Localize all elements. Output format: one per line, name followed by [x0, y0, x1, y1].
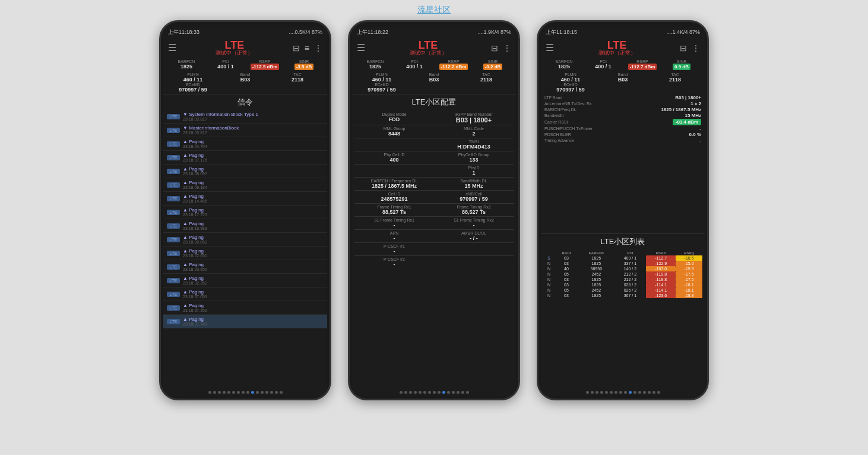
cell-pci-0: 400 / 1 [614, 255, 646, 261]
message-item-10[interactable]: LTE ▲ Paging 23:18:22.651 [163, 247, 327, 260]
dot-1-7 [242, 391, 245, 394]
config-val-right-3: 133 [469, 157, 478, 163]
msg-content-5: ▲ Paging 23:18:09.184 [183, 180, 324, 189]
rsrp-cell-2: RSRP -112.2 dBm [434, 59, 473, 70]
config-row-1: MML Group 8448 MML Code 2 [354, 127, 514, 137]
config-val-right-7: 88,527 Ts [462, 209, 486, 215]
cell-rsrq-3: -17.5 [676, 271, 702, 277]
detail-row-4: Carrier RSSI -83.4 dBm [544, 119, 701, 125]
message-item-4[interactable]: LTE ▲ Paging 23:18:08.097 [163, 165, 327, 178]
message-item-6[interactable]: LTE ▲ Paging 23:18:14.485 [163, 192, 327, 206]
msg-time-13: 23:18:37.059 [183, 295, 324, 299]
cell-earfcn-3: 2452 [578, 271, 614, 277]
cell-rsrp-6: -114.1 [646, 287, 676, 293]
message-item-12[interactable]: LTE ▲ Paging 23:18:32.352 [163, 274, 327, 287]
rsrp-cell-3: RSRP -112.7 dBm [623, 59, 662, 70]
tac-value-1: 2118 [292, 77, 303, 83]
top-label[interactable]: 流星社区 [417, 5, 451, 15]
dot-2-1 [404, 391, 407, 394]
message-item-2[interactable]: LTE ▲ Paging 23:18:04.704 [163, 137, 327, 151]
menu-icon-1[interactable]: ⋮ [314, 43, 322, 53]
cell-header-5: RSRQ [676, 251, 702, 255]
info-grid-2: EARFCN 1825 PCI 400 / 1 RSRP -112.2 dBm … [352, 58, 516, 71]
message-item-0[interactable]: LTE ▼ System Information Block Type 1 23… [163, 110, 327, 124]
rsrp-cell-1: RSRP -112.5 dBm [245, 59, 284, 70]
message-item-7[interactable]: LTE ▲ Paging 23:18:17.723 [163, 206, 327, 219]
earfcn-cell-3: EARFCN 1825 [544, 59, 584, 70]
msg-content-12: ▲ Paging 23:18:32.352 [183, 276, 324, 285]
sinr-label-1: SINR [299, 59, 309, 64]
msg-badge-6: LTE [167, 196, 180, 201]
status-bar-1: 上午11:18:33 ....0.5K/4 87% [163, 27, 327, 37]
config-cell-right-2: TMSI H:DFM4D413 [434, 140, 514, 150]
detail-label-5: PUSCH/PUCCH TxPower [544, 127, 593, 131]
cell-type-5: N [543, 282, 555, 287]
header-icons-1: ⊟ ≡ ⋮ [293, 43, 322, 53]
card-icon-3[interactable]: ⊟ [680, 43, 687, 53]
detail-value-1: 1 x 2 [690, 101, 701, 106]
config-cell-left-4 [354, 166, 434, 176]
cell-pci-5: 026 / 2 [614, 282, 646, 287]
message-item-11[interactable]: LTE ▲ Paging 23:18:23.950 [163, 260, 327, 274]
tac-cell-2: TAC 2118 [460, 72, 512, 83]
detail-row-7: Timing Advance - [544, 138, 701, 143]
dot-1-10 [256, 391, 259, 394]
detail-row-2: EARfCN/Freq DL 1825 / 1867.5 MHz [544, 107, 701, 112]
dot-3-6 [614, 391, 617, 394]
config-val-right-5: 15 MHz [464, 183, 483, 189]
config-label-left-1: MML Group [384, 127, 406, 131]
cell-pci-6: 026 / 2 [614, 287, 646, 293]
message-item-3[interactable]: LTE ▲ Paging 23:18:07.176 [163, 151, 327, 165]
app-title-3: LTE 测试中（正常） [598, 40, 636, 56]
hamburger-icon-1[interactable]: ☰ [168, 42, 176, 53]
config-divider-3 [354, 164, 514, 165]
config-cell-right-5: BandWidth DL 15 MHz [434, 179, 514, 189]
status-time-2: 上午11:18:22 [357, 29, 388, 36]
hamburger-icon-2[interactable]: ☰ [357, 42, 365, 53]
msg-title-12: ▲ Paging [183, 276, 324, 281]
message-item-8[interactable]: LTE ▲ Paging 23:18:18.983 [163, 219, 327, 233]
message-item-9[interactable]: LTE ▲ Paging 23:18:20.052 [163, 233, 327, 247]
detail-row-3: Bandwidth 15 MHz [544, 113, 701, 118]
cell-row-5: N 03 1825 026 / 2 -114.1 -18.1 [543, 282, 702, 287]
card-icon-2[interactable]: ⊟ [491, 43, 498, 53]
hamburger-icon-3[interactable]: ☰ [546, 42, 554, 53]
config-cell-left-5: EARFCN / Frequency DL 1825 / 1867.5 MHz [354, 179, 434, 189]
msg-title-1: ▼ MasterInformationBlock [183, 125, 324, 131]
lte-title-2: LTE [419, 40, 438, 50]
dot-2-9 [442, 391, 445, 394]
config-val-left-1: 8448 [388, 131, 400, 137]
message-list-1[interactable]: LTE ▼ System Information Block Type 1 23… [163, 110, 327, 388]
card-icon-1[interactable]: ⊟ [293, 43, 300, 53]
config-label-right-9: AMBR DL/UL [461, 231, 486, 235]
message-item-15[interactable]: LTE ▲ Paging 23:18:31.741 [163, 315, 327, 328]
cell-band-7: 03 [555, 293, 578, 298]
rsrp-value-1: -112.5 dBm [251, 64, 280, 70]
rsrp-label-1: RSRP [259, 59, 270, 64]
message-item-13[interactable]: LTE ▲ Paging 23:18:37.059 [163, 287, 327, 301]
config-label-left-8: S1 Frame Timing Rx1 [374, 218, 414, 222]
filter-icon-1[interactable]: ≡ [305, 43, 309, 53]
dot-2-7 [433, 391, 436, 394]
section-title-1: 信令 [163, 94, 327, 110]
config-cell-left-9: APN - [354, 231, 434, 241]
message-item-1[interactable]: LTE ▼ MasterInformationBlock 23:18:03.81… [163, 124, 327, 137]
status-time-3: 上午11:18:15 [546, 29, 577, 36]
phones-row: 上午11:18:33 ....0.5K/4 87% ☰ LTE 测试中（正常） … [0, 20, 868, 400]
config-label-right-3: PhyCellID Group [458, 153, 490, 157]
menu-icon-3[interactable]: ⋮ [692, 43, 700, 53]
msg-content-15: ▲ Paging 23:18:31.741 [183, 317, 324, 326]
detail-row-1: AnLenna eNB Tx/Dev. Rx 1 x 2 [544, 101, 701, 106]
dot-1-2 [218, 391, 221, 394]
config-label-left-0: Duplex Mode [382, 112, 406, 116]
msg-content-8: ▲ Paging 23:18:18.983 [183, 221, 324, 230]
config-label-left-11: P-CSCF #2 [384, 257, 405, 261]
status-right-1: ....0.5K/4 87% [289, 29, 322, 35]
menu-icon-2[interactable]: ⋮ [503, 43, 511, 53]
cell-header-0 [543, 251, 555, 255]
message-item-5[interactable]: LTE ▲ Paging 23:18:09.184 [163, 178, 327, 192]
cell-rsrp-2: -107.0 [646, 266, 676, 271]
message-item-14[interactable]: LTE ▲ Paging 23:18:37.352 [163, 301, 327, 315]
app-title-2: LTE 测试中（正常） [410, 40, 447, 56]
config-label-right-1: MML Code [464, 127, 484, 131]
